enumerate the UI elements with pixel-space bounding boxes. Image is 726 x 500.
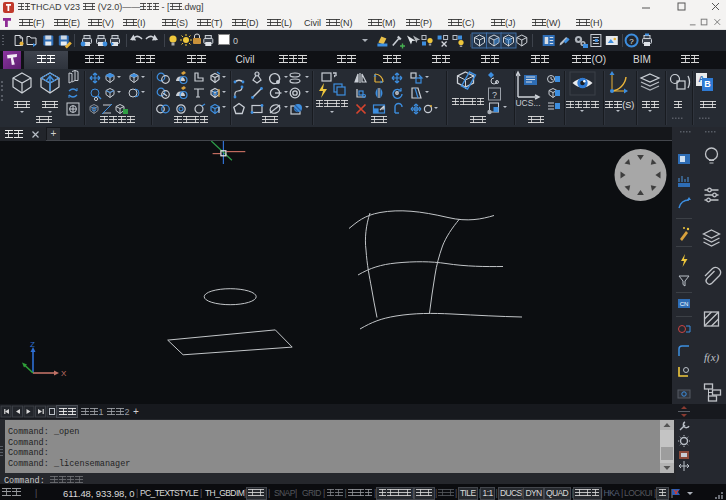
svg-text:Z: Z <box>30 340 35 349</box>
svg-text:?: ? <box>492 90 497 100</box>
svg-text:?: ? <box>629 37 634 46</box>
svg-text:CN: CN <box>680 301 689 307</box>
svg-text:B: B <box>704 79 711 89</box>
svg-text:X: X <box>61 369 67 378</box>
svg-text:f(x): f(x) <box>704 351 720 364</box>
